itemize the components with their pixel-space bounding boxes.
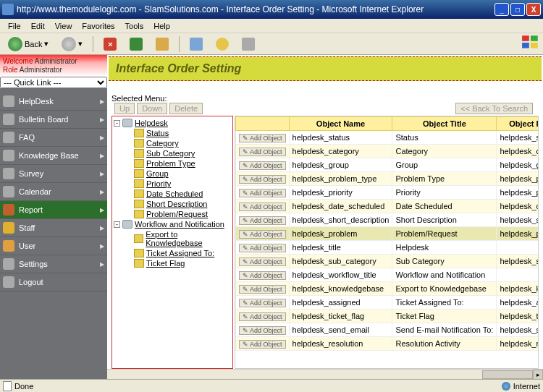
table-row[interactable]: Add Objecthelpdesk_categoryCategoryhelpd… xyxy=(236,145,539,158)
add-object-button[interactable]: Add Object xyxy=(239,312,286,321)
refresh-button[interactable] xyxy=(125,35,148,53)
sidebar-item-faq[interactable]: FAQ▶ xyxy=(0,129,107,147)
table-row[interactable]: Add Objecthelpdesk_assignedTicket Assign… xyxy=(236,296,539,310)
table-row[interactable]: Add Objecthelpdesk_statusStatushelpdesk_… xyxy=(236,131,539,145)
sidebar-item-knowledge-base[interactable]: Knowledge Base▶ xyxy=(0,147,107,165)
cell-object-field-name xyxy=(497,241,539,255)
table-row[interactable]: Add Objecthelpdesk_sub_categorySub Categ… xyxy=(236,255,539,268)
add-object-button[interactable]: Add Object xyxy=(239,134,286,142)
cell-object-field-name: helpdesk_problem_type xyxy=(497,172,539,186)
sidebar-item-settings[interactable]: Settings▶ xyxy=(0,255,107,273)
back-button[interactable]: Back ▾ xyxy=(3,35,54,54)
add-object-button[interactable]: Add Object xyxy=(239,148,286,156)
menu-edit[interactable]: Edit xyxy=(26,20,50,32)
menu-favorites[interactable]: Favorites xyxy=(77,20,119,32)
add-object-button[interactable]: Add Object xyxy=(239,326,286,335)
tree-node-label[interactable]: Problem/Request xyxy=(146,210,208,218)
window-minimize-button[interactable]: _ xyxy=(494,3,509,16)
table-row[interactable]: Add Objecthelpdesk_workflow_titleWorkflo… xyxy=(236,268,539,282)
forward-button[interactable]: ▾ xyxy=(56,35,88,54)
menu-view[interactable]: View xyxy=(50,20,77,32)
table-row[interactable]: Add Objecthelpdesk_groupGrouphelpdesk_gr… xyxy=(236,158,539,172)
add-object-button[interactable]: Add Object xyxy=(239,340,286,349)
sidebar-item-helpdesk[interactable]: HelpDesk▶ xyxy=(0,93,107,111)
table-row[interactable]: Add Objecthelpdesk_problemProblem/Reques… xyxy=(236,227,539,241)
tree-node-label[interactable]: Ticket Assigned To: xyxy=(146,249,214,257)
add-object-button[interactable]: Add Object xyxy=(239,285,286,294)
grid-pane[interactable]: Object Name Object Title Object Field Na… xyxy=(235,116,539,369)
menu-help[interactable]: Help xyxy=(148,20,175,32)
toolbar-separator xyxy=(93,36,93,52)
window-close-button[interactable]: X xyxy=(526,3,541,16)
tree-node-label[interactable]: Export to Knowledgebase xyxy=(146,230,231,247)
sidebar-icon xyxy=(3,240,14,252)
table-row[interactable]: Add Objecthelpdesk_short_descriptionShor… xyxy=(236,213,539,227)
tree-node-label[interactable]: Category xyxy=(146,139,179,148)
cell-object-title: Workflow and Notification xyxy=(392,268,497,282)
tree-node-label[interactable]: Date Scheduled xyxy=(146,189,203,198)
table-row[interactable]: Add Objecthelpdesk_knowledgebaseExport t… xyxy=(236,282,539,296)
tree-node-label[interactable]: Helpdesk xyxy=(135,119,168,127)
sidebar-item-calendar[interactable]: Calendar▶ xyxy=(0,183,107,201)
back-to-search-button[interactable]: << Back To Search xyxy=(455,103,533,114)
cell-object-name: helpdesk_workflow_title xyxy=(289,268,392,282)
tree-node-label[interactable]: Short Description xyxy=(146,200,207,208)
tree-node-label[interactable]: Status xyxy=(146,129,169,137)
add-object-button[interactable]: Add Object xyxy=(239,216,286,225)
add-object-button[interactable]: Add Object xyxy=(239,175,286,184)
stop-button[interactable]: × xyxy=(98,35,122,53)
tree-node-label[interactable]: Workflow and Notification xyxy=(135,220,224,229)
horizontal-scrollbar[interactable]: ▸ xyxy=(107,369,543,379)
favorites-button[interactable] xyxy=(211,35,234,53)
add-object-button[interactable]: Add Object xyxy=(239,257,286,266)
add-object-button[interactable]: Add Object xyxy=(239,161,286,170)
add-object-button[interactable]: Add Object xyxy=(239,203,286,211)
sidebar-item-staff[interactable]: Staff▶ xyxy=(0,219,107,237)
forward-icon xyxy=(62,37,76,51)
role-value: Administrator xyxy=(20,66,62,74)
tree-node-label[interactable]: Group xyxy=(146,169,169,178)
tree-node-label[interactable]: Sub Category xyxy=(146,149,195,158)
delete-button[interactable]: Delete xyxy=(169,103,203,114)
tree-toggle[interactable]: - xyxy=(114,221,120,228)
table-row[interactable]: Add Objecthelpdesk_titleHelpdesk xyxy=(236,241,539,255)
search-button[interactable] xyxy=(185,35,208,53)
add-object-button[interactable]: Add Object xyxy=(239,230,286,239)
table-row[interactable]: Add Objecthelpdesk_date_scheduledDate Sc… xyxy=(236,200,539,213)
add-object-button[interactable]: Add Object xyxy=(239,271,286,280)
tree-node-label[interactable]: Priority xyxy=(146,179,171,188)
down-button[interactable]: Down xyxy=(137,103,167,114)
sidebar-item-report[interactable]: Report▶ xyxy=(0,201,107,219)
folder-icon xyxy=(134,179,144,188)
table-row[interactable]: Add Objecthelpdesk_ticket_flagTicket Fla… xyxy=(236,310,539,323)
sidebar-item-bulletin-board[interactable]: Bulletin Board▶ xyxy=(0,111,107,129)
up-button[interactable]: Up xyxy=(114,103,135,114)
menu-tools[interactable]: Tools xyxy=(120,20,149,32)
cell-object-title: Export to Knowledgebase xyxy=(392,282,497,296)
sidebar-item-survey[interactable]: Survey▶ xyxy=(0,165,107,183)
tree-pane[interactable]: -HelpdeskStatusCategorySub CategoryProbl… xyxy=(111,116,233,369)
tree-node-label[interactable]: Problem Type xyxy=(146,159,195,168)
print-button[interactable] xyxy=(237,35,260,53)
globe-icon xyxy=(502,382,510,391)
tree-toggle[interactable]: - xyxy=(114,120,120,127)
window-maximize-button[interactable]: □ xyxy=(510,3,525,16)
sidebar-item-logout[interactable]: Logout xyxy=(0,273,107,291)
sidebar-item-user[interactable]: User▶ xyxy=(0,237,107,255)
quicklink-select[interactable]: --- Quick Link --- xyxy=(0,77,107,88)
table-row[interactable]: Add Objecthelpdesk_priorityPriorityhelpd… xyxy=(236,186,539,200)
search-icon xyxy=(190,38,203,51)
tree-node-label[interactable]: Ticket Flag xyxy=(146,259,185,268)
add-object-button[interactable]: Add Object xyxy=(239,299,286,307)
cell-object-title: Category xyxy=(392,145,497,158)
menu-file[interactable]: File xyxy=(3,20,26,32)
table-row[interactable]: Add Objecthelpdesk_resolutionResolution … xyxy=(236,337,539,351)
add-object-button[interactable]: Add Object xyxy=(239,189,286,197)
home-button[interactable] xyxy=(151,35,174,53)
cell-object-name: helpdesk_send_email xyxy=(289,323,392,337)
add-object-button[interactable]: Add Object xyxy=(239,244,286,252)
table-row[interactable]: Add Objecthelpdesk_send_emailSend E-mail… xyxy=(236,323,539,337)
scrollbar-thumb[interactable] xyxy=(482,370,533,379)
table-row[interactable]: Add Objecthelpdesk_problem_typeProblem T… xyxy=(236,172,539,186)
scroll-right-button[interactable]: ▸ xyxy=(533,370,543,379)
